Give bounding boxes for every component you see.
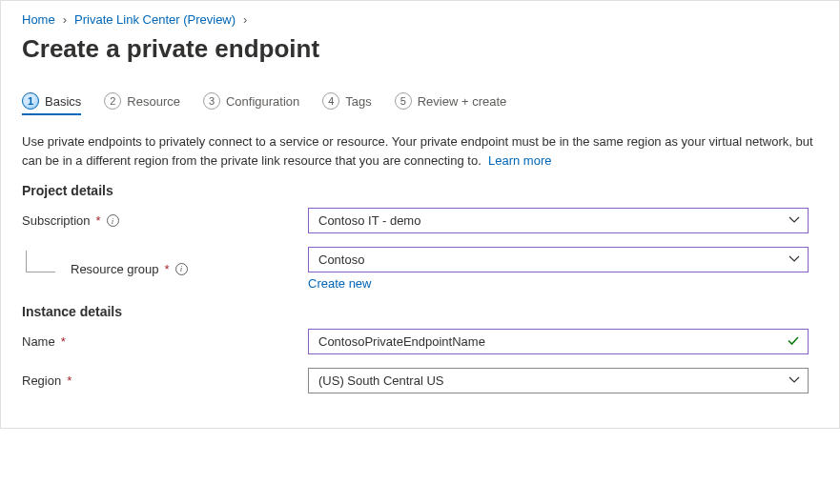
tab-step-icon: 3 (203, 92, 220, 110)
required-asterisk: * (67, 373, 72, 388)
select-value: (US) South Central US (318, 373, 444, 388)
name-input[interactable]: ContosoPrivateEndpointName (308, 329, 809, 354)
tab-label: Configuration (226, 94, 299, 109)
region-select[interactable]: (US) South Central US (308, 368, 809, 393)
tab-label: Review + create (418, 94, 507, 109)
required-asterisk: * (61, 334, 66, 349)
tab-label: Resource (127, 94, 180, 109)
learn-more-link[interactable]: Learn more (488, 153, 551, 168)
tab-step-icon: 4 (322, 92, 339, 110)
tab-label: Tags (345, 94, 371, 109)
tab-configuration[interactable]: 3 Configuration (203, 92, 299, 115)
section-project-details: Project details (22, 183, 818, 198)
label-subscription: Subscription (22, 213, 91, 228)
input-value: ContosoPrivateEndpointName (318, 334, 485, 349)
required-asterisk: * (165, 262, 170, 276)
chevron-down-icon (789, 213, 800, 228)
check-icon (787, 333, 800, 350)
tab-tags[interactable]: 4 Tags (322, 92, 371, 115)
tab-step-icon: 2 (104, 92, 121, 110)
tab-resource[interactable]: 2 Resource (104, 92, 180, 115)
breadcrumb: Home › Private Link Center (Preview) › (22, 12, 818, 27)
chevron-right-icon: › (63, 12, 67, 27)
info-icon[interactable]: i (175, 263, 188, 275)
label-region: Region (22, 373, 61, 388)
subscription-select[interactable]: Contoso IT - demo (308, 208, 809, 233)
tab-basics[interactable]: 1 Basics (22, 92, 81, 115)
tab-step-icon: 1 (22, 92, 39, 110)
info-icon[interactable]: i (107, 214, 119, 227)
resource-group-select[interactable]: Contoso (308, 247, 809, 272)
tab-review-create[interactable]: 5 Review + create (395, 92, 507, 115)
breadcrumb-private-link-center[interactable]: Private Link Center (Preview) (74, 12, 236, 27)
description-text: Use private endpoints to privately conne… (22, 132, 818, 170)
breadcrumb-home[interactable]: Home (22, 12, 55, 27)
select-value: Contoso IT - demo (318, 213, 420, 228)
chevron-down-icon (789, 373, 800, 388)
page-title: Create a private endpoint (22, 34, 818, 64)
section-instance-details: Instance details (22, 304, 818, 319)
chevron-right-icon: › (243, 12, 247, 27)
tab-step-icon: 5 (395, 92, 412, 110)
chevron-down-icon (789, 252, 800, 267)
label-name: Name (22, 334, 55, 349)
select-value: Contoso (318, 252, 364, 267)
create-new-link[interactable]: Create new (308, 276, 809, 291)
tab-label: Basics (45, 94, 81, 109)
required-asterisk: * (96, 213, 101, 228)
label-resource-group: Resource group (71, 262, 159, 276)
tabs-row: 1 Basics 2 Resource 3 Configuration 4 Ta… (22, 92, 818, 115)
